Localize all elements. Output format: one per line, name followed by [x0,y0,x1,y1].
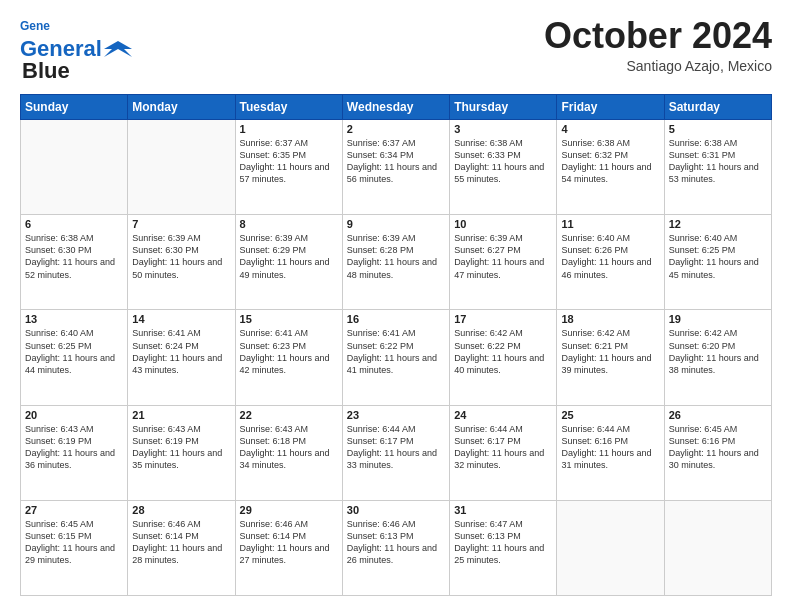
day-number: 20 [25,409,123,421]
calendar-cell: 2Sunrise: 6:37 AM Sunset: 6:34 PM Daylig… [342,120,449,215]
day-info: Sunrise: 6:43 AM Sunset: 6:19 PM Dayligh… [25,423,123,472]
day-info: Sunrise: 6:46 AM Sunset: 6:14 PM Dayligh… [240,518,338,567]
day-number: 17 [454,313,552,325]
calendar-cell: 20Sunrise: 6:43 AM Sunset: 6:19 PM Dayli… [21,405,128,500]
day-number: 9 [347,218,445,230]
weekday-header-thursday: Thursday [450,95,557,120]
calendar-cell: 30Sunrise: 6:46 AM Sunset: 6:13 PM Dayli… [342,500,449,595]
logo-blue: Blue [22,58,70,84]
day-info: Sunrise: 6:42 AM Sunset: 6:22 PM Dayligh… [454,327,552,376]
day-info: Sunrise: 6:39 AM Sunset: 6:28 PM Dayligh… [347,232,445,281]
day-number: 21 [132,409,230,421]
calendar-week-3: 13Sunrise: 6:40 AM Sunset: 6:25 PM Dayli… [21,310,772,405]
calendar-cell: 31Sunrise: 6:47 AM Sunset: 6:13 PM Dayli… [450,500,557,595]
calendar-table: SundayMondayTuesdayWednesdayThursdayFrid… [20,94,772,596]
calendar-cell: 12Sunrise: 6:40 AM Sunset: 6:25 PM Dayli… [664,215,771,310]
day-info: Sunrise: 6:43 AM Sunset: 6:18 PM Dayligh… [240,423,338,472]
svg-marker-1 [104,41,132,57]
day-number: 3 [454,123,552,135]
svg-text:General: General [20,19,50,33]
weekday-header-saturday: Saturday [664,95,771,120]
day-info: Sunrise: 6:43 AM Sunset: 6:19 PM Dayligh… [132,423,230,472]
location-subtitle: Santiago Azajo, Mexico [544,58,772,74]
day-number: 12 [669,218,767,230]
calendar-cell: 24Sunrise: 6:44 AM Sunset: 6:17 PM Dayli… [450,405,557,500]
weekday-header-friday: Friday [557,95,664,120]
calendar-cell: 9Sunrise: 6:39 AM Sunset: 6:28 PM Daylig… [342,215,449,310]
calendar-cell: 27Sunrise: 6:45 AM Sunset: 6:15 PM Dayli… [21,500,128,595]
calendar-cell: 28Sunrise: 6:46 AM Sunset: 6:14 PM Dayli… [128,500,235,595]
day-info: Sunrise: 6:42 AM Sunset: 6:21 PM Dayligh… [561,327,659,376]
calendar-cell: 7Sunrise: 6:39 AM Sunset: 6:30 PM Daylig… [128,215,235,310]
day-info: Sunrise: 6:38 AM Sunset: 6:32 PM Dayligh… [561,137,659,186]
logo: General General Blue [20,16,132,84]
calendar-cell: 17Sunrise: 6:42 AM Sunset: 6:22 PM Dayli… [450,310,557,405]
day-number: 30 [347,504,445,516]
day-info: Sunrise: 6:39 AM Sunset: 6:29 PM Dayligh… [240,232,338,281]
calendar-cell: 6Sunrise: 6:38 AM Sunset: 6:30 PM Daylig… [21,215,128,310]
day-number: 10 [454,218,552,230]
day-number: 5 [669,123,767,135]
day-number: 4 [561,123,659,135]
day-info: Sunrise: 6:38 AM Sunset: 6:31 PM Dayligh… [669,137,767,186]
day-info: Sunrise: 6:44 AM Sunset: 6:16 PM Dayligh… [561,423,659,472]
calendar-cell [21,120,128,215]
calendar-cell: 29Sunrise: 6:46 AM Sunset: 6:14 PM Dayli… [235,500,342,595]
calendar-cell: 10Sunrise: 6:39 AM Sunset: 6:27 PM Dayli… [450,215,557,310]
weekday-header-row: SundayMondayTuesdayWednesdayThursdayFrid… [21,95,772,120]
day-number: 29 [240,504,338,516]
day-number: 25 [561,409,659,421]
weekday-header-monday: Monday [128,95,235,120]
day-number: 11 [561,218,659,230]
calendar-cell: 13Sunrise: 6:40 AM Sunset: 6:25 PM Dayli… [21,310,128,405]
calendar-cell: 11Sunrise: 6:40 AM Sunset: 6:26 PM Dayli… [557,215,664,310]
day-number: 23 [347,409,445,421]
day-number: 15 [240,313,338,325]
calendar-cell: 5Sunrise: 6:38 AM Sunset: 6:31 PM Daylig… [664,120,771,215]
day-info: Sunrise: 6:41 AM Sunset: 6:23 PM Dayligh… [240,327,338,376]
weekday-header-wednesday: Wednesday [342,95,449,120]
logo-bird [104,39,132,59]
calendar-week-4: 20Sunrise: 6:43 AM Sunset: 6:19 PM Dayli… [21,405,772,500]
calendar-cell: 25Sunrise: 6:44 AM Sunset: 6:16 PM Dayli… [557,405,664,500]
calendar-week-2: 6Sunrise: 6:38 AM Sunset: 6:30 PM Daylig… [21,215,772,310]
calendar-cell: 23Sunrise: 6:44 AM Sunset: 6:17 PM Dayli… [342,405,449,500]
day-number: 8 [240,218,338,230]
day-number: 16 [347,313,445,325]
calendar-cell: 1Sunrise: 6:37 AM Sunset: 6:35 PM Daylig… [235,120,342,215]
calendar-cell: 14Sunrise: 6:41 AM Sunset: 6:24 PM Dayli… [128,310,235,405]
day-info: Sunrise: 6:39 AM Sunset: 6:27 PM Dayligh… [454,232,552,281]
day-number: 26 [669,409,767,421]
day-info: Sunrise: 6:46 AM Sunset: 6:13 PM Dayligh… [347,518,445,567]
calendar-cell: 8Sunrise: 6:39 AM Sunset: 6:29 PM Daylig… [235,215,342,310]
day-info: Sunrise: 6:45 AM Sunset: 6:15 PM Dayligh… [25,518,123,567]
calendar-cell: 15Sunrise: 6:41 AM Sunset: 6:23 PM Dayli… [235,310,342,405]
calendar-cell: 4Sunrise: 6:38 AM Sunset: 6:32 PM Daylig… [557,120,664,215]
day-number: 1 [240,123,338,135]
day-number: 24 [454,409,552,421]
day-number: 6 [25,218,123,230]
day-info: Sunrise: 6:46 AM Sunset: 6:14 PM Dayligh… [132,518,230,567]
page: General General Blue October 2024 Santia… [0,0,792,612]
day-info: Sunrise: 6:42 AM Sunset: 6:20 PM Dayligh… [669,327,767,376]
calendar-cell: 3Sunrise: 6:38 AM Sunset: 6:33 PM Daylig… [450,120,557,215]
calendar-cell: 16Sunrise: 6:41 AM Sunset: 6:22 PM Dayli… [342,310,449,405]
day-info: Sunrise: 6:41 AM Sunset: 6:24 PM Dayligh… [132,327,230,376]
calendar-cell: 22Sunrise: 6:43 AM Sunset: 6:18 PM Dayli… [235,405,342,500]
header: General General Blue October 2024 Santia… [20,16,772,84]
day-info: Sunrise: 6:47 AM Sunset: 6:13 PM Dayligh… [454,518,552,567]
day-number: 2 [347,123,445,135]
day-info: Sunrise: 6:40 AM Sunset: 6:25 PM Dayligh… [25,327,123,376]
day-number: 13 [25,313,123,325]
day-number: 18 [561,313,659,325]
day-info: Sunrise: 6:38 AM Sunset: 6:33 PM Dayligh… [454,137,552,186]
day-info: Sunrise: 6:38 AM Sunset: 6:30 PM Dayligh… [25,232,123,281]
calendar-cell [128,120,235,215]
day-info: Sunrise: 6:37 AM Sunset: 6:34 PM Dayligh… [347,137,445,186]
calendar-cell: 21Sunrise: 6:43 AM Sunset: 6:19 PM Dayli… [128,405,235,500]
calendar-body: 1Sunrise: 6:37 AM Sunset: 6:35 PM Daylig… [21,120,772,596]
day-info: Sunrise: 6:37 AM Sunset: 6:35 PM Dayligh… [240,137,338,186]
calendar-cell [557,500,664,595]
logo-icon: General [20,18,50,36]
day-number: 14 [132,313,230,325]
